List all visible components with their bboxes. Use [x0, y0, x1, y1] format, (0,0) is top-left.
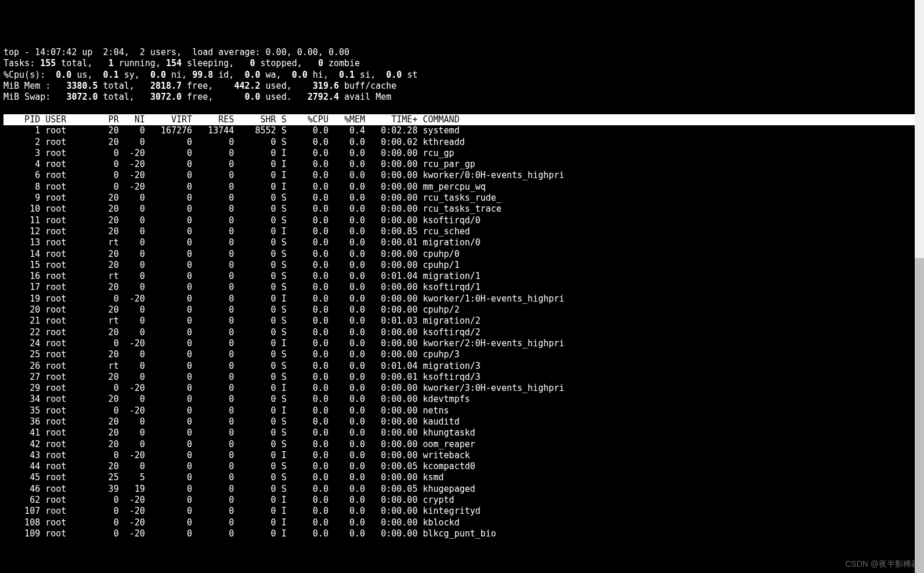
table-row[interactable]: 10 root 20 0 0 0 0 S 0.0 0.0 0:00.00 rcu… [3, 204, 921, 215]
table-row[interactable]: 44 root 20 0 0 0 0 S 0.0 0.0 0:00.05 kco… [3, 461, 921, 472]
summary-line-2: Tasks: 155 total, 1 running, 154 sleepin… [3, 58, 360, 68]
table-row[interactable]: 8 root 0 -20 0 0 0 I 0.0 0.0 0:00.00 mm_… [3, 182, 921, 193]
table-row[interactable]: 109 root 0 -20 0 0 0 I 0.0 0.0 0:00.00 b… [3, 528, 921, 539]
table-row[interactable]: 4 root 0 -20 0 0 0 I 0.0 0.0 0:00.00 rcu… [3, 159, 921, 170]
summary-line-1: top - 14:07:42 up 2:04, 2 users, load av… [3, 47, 349, 57]
table-row[interactable]: 108 root 0 -20 0 0 0 I 0.0 0.0 0:00.00 k… [3, 517, 921, 528]
table-row[interactable]: 6 root 0 -20 0 0 0 I 0.0 0.0 0:00.00 kwo… [3, 170, 921, 181]
summary-line-4: MiB Mem : 3380.5 total, 2818.7 free, 442… [3, 81, 396, 91]
table-row[interactable]: 14 root 20 0 0 0 0 S 0.0 0.0 0:00.00 cpu… [3, 249, 921, 260]
table-row[interactable]: 107 root 0 -20 0 0 0 I 0.0 0.0 0:00.00 k… [3, 506, 921, 517]
table-row[interactable]: 46 root 39 19 0 0 0 S 0.0 0.0 0:00.05 kh… [3, 484, 921, 495]
table-row[interactable]: 29 root 0 -20 0 0 0 I 0.0 0.0 0:00.00 kw… [3, 383, 921, 394]
terminal[interactable]: top - 14:07:42 up 2:04, 2 users, load av… [0, 45, 924, 542]
table-row[interactable]: 42 root 20 0 0 0 0 S 0.0 0.0 0:00.00 oom… [3, 439, 921, 450]
summary-line-3: %Cpu(s): 0.0 us, 0.1 sy, 0.0 ni, 99.8 id… [3, 70, 417, 80]
table-row[interactable]: 17 root 20 0 0 0 0 S 0.0 0.0 0:00.00 kso… [3, 282, 921, 293]
scrollbar-thumb[interactable] [915, 258, 924, 573]
table-row[interactable]: 16 root rt 0 0 0 0 S 0.0 0.0 0:01.04 mig… [3, 271, 921, 282]
table-row[interactable]: 3 root 0 -20 0 0 0 I 0.0 0.0 0:00.00 rcu… [3, 148, 921, 159]
table-row[interactable]: 62 root 0 -20 0 0 0 I 0.0 0.0 0:00.00 cr… [3, 495, 921, 506]
table-row[interactable]: 25 root 20 0 0 0 0 S 0.0 0.0 0:00.00 cpu… [3, 349, 921, 360]
table-row[interactable]: 15 root 20 0 0 0 0 S 0.0 0.0 0:00.00 cpu… [3, 260, 921, 271]
process-table-body: 1 root 20 0 167276 13744 8552 S 0.0 0.4 … [3, 125, 921, 539]
table-row[interactable]: 19 root 0 -20 0 0 0 I 0.0 0.0 0:00.00 kw… [3, 293, 921, 304]
table-row[interactable]: 9 root 20 0 0 0 0 S 0.0 0.0 0:00.00 rcu_… [3, 193, 921, 204]
table-row[interactable]: 43 root 0 -20 0 0 0 I 0.0 0.0 0:00.00 wr… [3, 450, 921, 461]
table-row[interactable]: 13 root rt 0 0 0 0 S 0.0 0.0 0:00.01 mig… [3, 237, 921, 248]
table-row[interactable]: 1 root 20 0 167276 13744 8552 S 0.0 0.4 … [3, 125, 921, 136]
table-row[interactable]: 24 root 0 -20 0 0 0 I 0.0 0.0 0:00.00 kw… [3, 338, 921, 349]
table-row[interactable]: 21 root rt 0 0 0 0 S 0.0 0.0 0:01.03 mig… [3, 315, 921, 327]
table-row[interactable]: 26 root rt 0 0 0 0 S 0.0 0.0 0:01.04 mig… [3, 361, 921, 372]
table-row[interactable]: 41 root 20 0 0 0 0 S 0.0 0.0 0:00.00 khu… [3, 427, 921, 438]
top-summary: top - 14:07:42 up 2:04, 2 users, load av… [3, 47, 921, 103]
table-row[interactable]: 22 root 20 0 0 0 0 S 0.0 0.0 0:00.00 kso… [3, 327, 921, 338]
table-row[interactable]: 27 root 20 0 0 0 0 S 0.0 0.0 0:00.01 kso… [3, 372, 921, 383]
table-row[interactable]: 36 root 20 0 0 0 0 S 0.0 0.0 0:00.00 kau… [3, 416, 921, 427]
table-row[interactable]: 20 root 20 0 0 0 0 S 0.0 0.0 0:00.00 cpu… [3, 304, 921, 315]
scrollbar[interactable] [915, 0, 924, 573]
table-row[interactable]: 11 root 20 0 0 0 0 S 0.0 0.0 0:00.00 kso… [3, 215, 921, 226]
table-row[interactable]: 2 root 20 0 0 0 0 S 0.0 0.0 0:00.02 kthr… [3, 137, 921, 148]
table-row[interactable]: 12 root 20 0 0 0 0 I 0.0 0.0 0:00.85 rcu… [3, 226, 921, 237]
watermark: CSDN @夜半影稀疏 [845, 559, 919, 570]
process-table-header[interactable]: PID USER PR NI VIRT RES SHR S %CPU %MEM … [3, 114, 921, 125]
table-row[interactable]: 35 root 0 -20 0 0 0 I 0.0 0.0 0:00.00 ne… [3, 405, 921, 416]
table-row[interactable]: 34 root 20 0 0 0 0 S 0.0 0.0 0:00.00 kde… [3, 394, 921, 405]
summary-line-5: MiB Swap: 3072.0 total, 3072.0 free, 0.0… [3, 92, 391, 102]
table-row[interactable]: 45 root 25 5 0 0 0 S 0.0 0.0 0:00.00 ksm… [3, 472, 921, 483]
